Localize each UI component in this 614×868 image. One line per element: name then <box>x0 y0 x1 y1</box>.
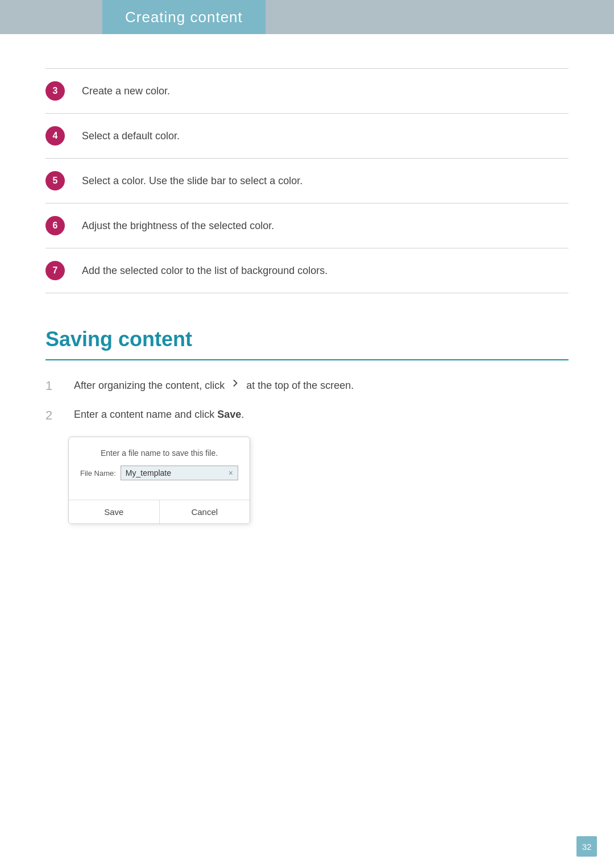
page-number: 32 <box>576 836 597 857</box>
list-item: 3Create a new color. <box>45 68 569 114</box>
step-number-2: 2 <box>45 408 68 423</box>
save-bold-label: Save <box>217 409 241 420</box>
step-2: 2 Enter a content name and click Save. <box>45 407 569 423</box>
main-content: 3Create a new color.4Select a default co… <box>0 34 614 868</box>
header-title: Creating content <box>102 0 265 34</box>
dialog-input-value: My_template <box>126 468 229 477</box>
circle-badge: 5 <box>45 171 65 190</box>
save-dialog: Enter a file name to save this file. Fil… <box>68 437 250 524</box>
dialog-field: File Name: My_template × <box>80 466 238 480</box>
numbered-list: 3Create a new color.4Select a default co… <box>45 68 569 293</box>
list-item-text: Select a color. Use the slide bar to sel… <box>82 173 302 189</box>
numbered-steps: 1 After organizing the content, click at… <box>45 377 569 423</box>
dialog-input-wrapper[interactable]: My_template × <box>121 466 238 480</box>
step-number-1: 1 <box>45 379 68 393</box>
list-item: 5Select a color. Use the slide bar to se… <box>45 159 569 203</box>
page-container: Creating content 3Create a new color.4Se… <box>0 0 614 868</box>
dialog-footer: Save Cancel <box>69 500 250 524</box>
step-2-text: Enter a content name and click Save. <box>74 407 244 422</box>
list-item-text: Select a default color. <box>82 128 180 144</box>
circle-badge: 6 <box>45 216 65 235</box>
header-bar: Creating content <box>0 0 614 34</box>
circle-badge: 7 <box>45 261 65 280</box>
step-1: 1 After organizing the content, click at… <box>45 377 569 393</box>
step-1-text: After organizing the content, click at t… <box>74 377 354 393</box>
list-item-text: Create a new color. <box>82 84 170 99</box>
cancel-button[interactable]: Cancel <box>160 500 250 524</box>
dialog-body: Enter a file name to save this file. Fil… <box>69 437 250 494</box>
list-item-text: Adjust the brightness of the selected co… <box>82 218 274 234</box>
list-item: 6Adjust the brightness of the selected c… <box>45 203 569 248</box>
dialog-label: File Name: <box>80 469 116 477</box>
list-item: 4Select a default color. <box>45 114 569 159</box>
save-button[interactable]: Save <box>69 500 160 524</box>
list-item: 7Add the selected color to the list of b… <box>45 248 569 293</box>
circle-badge: 3 <box>45 81 65 101</box>
clear-input-icon[interactable]: × <box>229 468 233 477</box>
circle-badge: 4 <box>45 126 65 146</box>
section-title: Saving content <box>45 327 569 360</box>
list-item-text: Add the selected color to the list of ba… <box>82 263 327 279</box>
chevron-right-icon <box>230 377 241 389</box>
dialog-hint: Enter a file name to save this file. <box>80 448 238 458</box>
